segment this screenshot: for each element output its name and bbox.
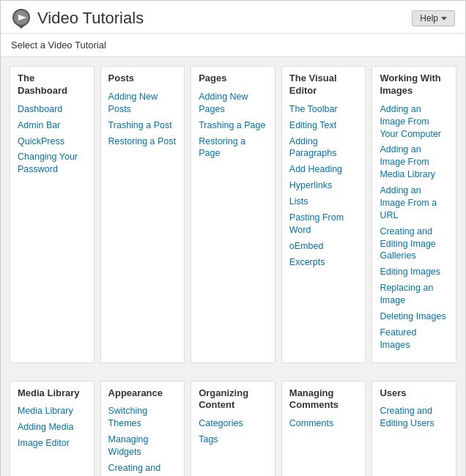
- card-link[interactable]: Add Heading: [289, 163, 358, 176]
- card-link[interactable]: Trashing a Page: [199, 119, 267, 132]
- card-title-pages: Pages: [199, 72, 267, 85]
- card-link[interactable]: Adding an Image From Your Computer: [380, 103, 448, 141]
- page-header: Video Tutorials Help: [1, 1, 465, 34]
- card-link[interactable]: Changing Your Password: [18, 151, 86, 176]
- card-link[interactable]: Tags: [199, 434, 267, 446]
- card-link[interactable]: Admin Bar: [18, 119, 86, 132]
- card-media-library: Media LibraryMedia LibraryAdding MediaIm…: [10, 381, 95, 476]
- card-link[interactable]: Categories: [199, 417, 267, 430]
- card-link[interactable]: Lists: [289, 196, 358, 208]
- card-link[interactable]: Creating and Editing Image Galleries: [380, 226, 448, 263]
- card-link[interactable]: Media Library: [18, 405, 86, 417]
- card-link[interactable]: Adding an Image From a URL: [380, 185, 448, 222]
- card-title-appearance: Appearance: [108, 387, 177, 400]
- card-link[interactable]: The Toolbar: [289, 103, 358, 116]
- video-tutorials-icon: [11, 8, 32, 29]
- card-title-managing-comments: Managing Comments: [289, 387, 358, 412]
- card-link[interactable]: Hyperlinks: [289, 179, 358, 192]
- card-pages: PagesAdding New PagesTrashing a PageRest…: [191, 66, 275, 363]
- bottom-card-grid: Media LibraryMedia LibraryAdding MediaIm…: [1, 378, 465, 476]
- card-link[interactable]: Managing Widgets: [108, 434, 177, 458]
- card-link[interactable]: Adding New Posts: [108, 91, 177, 116]
- card-title-organizing-content: Organizing Content: [199, 387, 267, 412]
- card-title-the-visual-editor: The Visual Editor: [289, 72, 358, 97]
- card-link[interactable]: Creating and Managing Custom Navigation …: [108, 462, 177, 476]
- card-managing-comments: Managing CommentsComments: [281, 381, 366, 476]
- card-link[interactable]: Switching Themes: [108, 405, 177, 430]
- card-link[interactable]: Restoring a Page: [199, 135, 267, 160]
- card-link[interactable]: Image Editor: [18, 437, 86, 450]
- card-working-with-images: Working With ImagesAdding an Image From …: [371, 66, 456, 363]
- card-link[interactable]: Trashing a Post: [108, 119, 177, 132]
- card-link[interactable]: Editing Text: [289, 119, 358, 132]
- card-posts: PostsAdding New PostsTrashing a PostRest…: [100, 66, 185, 363]
- card-link[interactable]: Deleting Images: [380, 310, 448, 323]
- subheader: Select a Video Tutorial: [1, 34, 465, 57]
- card-link[interactable]: Pasting From Word: [289, 212, 358, 237]
- card-users: UsersCreating and Editing Users: [371, 381, 456, 476]
- card-link[interactable]: Adding Paragraphs: [289, 135, 358, 160]
- card-title-posts: Posts: [108, 72, 177, 85]
- card-the-visual-editor: The Visual EditorThe ToolbarEditing Text…: [281, 66, 366, 363]
- card-link[interactable]: Excerpts: [289, 256, 358, 269]
- card-organizing-content: Organizing ContentCategoriesTags: [191, 381, 275, 476]
- card-title-users: Users: [380, 387, 448, 400]
- card-appearance: AppearanceSwitching ThemesManaging Widge…: [100, 381, 185, 476]
- card-title-the-dashboard: The Dashboard: [18, 72, 86, 97]
- header-left: Video Tutorials: [11, 8, 144, 29]
- card-the-dashboard: The DashboardDashboardAdmin BarQuickPres…: [10, 66, 95, 363]
- card-link[interactable]: Restoring a Post: [108, 135, 177, 148]
- card-link[interactable]: Editing Images: [380, 266, 448, 278]
- card-link[interactable]: Adding Media: [18, 421, 86, 434]
- page-title: Video Tutorials: [37, 9, 144, 28]
- card-link[interactable]: Adding an Image From Media Library: [380, 144, 448, 181]
- help-label: Help: [420, 13, 438, 23]
- card-link[interactable]: Comments: [289, 417, 358, 430]
- help-button[interactable]: Help: [412, 10, 455, 26]
- top-card-grid: The DashboardDashboardAdmin BarQuickPres…: [1, 57, 465, 372]
- card-link[interactable]: oEmbed: [289, 240, 358, 253]
- card-link[interactable]: Dashboard: [18, 103, 86, 116]
- card-link[interactable]: Creating and Editing Users: [380, 405, 448, 430]
- card-link[interactable]: Replacing an Image: [380, 282, 448, 307]
- card-link[interactable]: Adding New Pages: [199, 91, 267, 116]
- chevron-down-icon: [441, 17, 447, 21]
- card-link[interactable]: QuickPress: [18, 135, 86, 148]
- card-link[interactable]: Featured Images: [380, 327, 448, 352]
- select-tutorial-label: Select a Video Tutorial: [11, 40, 106, 51]
- card-title-media-library: Media Library: [18, 387, 86, 400]
- card-title-working-with-images: Working With Images: [380, 72, 448, 97]
